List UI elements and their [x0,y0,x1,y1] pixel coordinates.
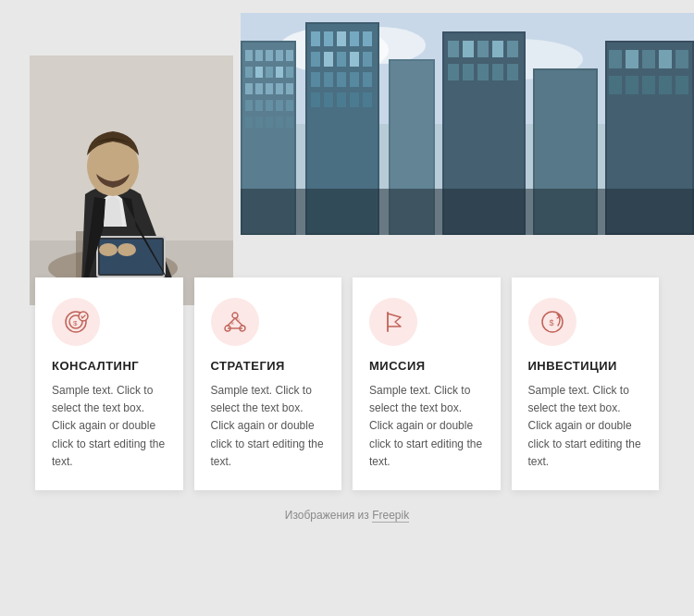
svg-rect-67 [448,64,459,80]
svg-rect-75 [659,50,672,68]
page-wrapper: $ КОНСАЛТИНГ Sample text. Click to selec… [0,0,694,616]
svg-rect-48 [363,72,372,87]
card-title-strategy: СТРАТЕГИЯ [211,359,326,373]
svg-rect-80 [659,76,672,94]
svg-rect-36 [337,31,346,46]
svg-rect-41 [337,52,346,67]
cards-section: $ КОНСАЛТИНГ Sample text. Click to selec… [0,277,694,490]
strategy-icon: × ○ [222,309,248,335]
svg-rect-27 [245,117,253,128]
top-section [0,0,694,287]
svg-rect-45 [324,72,333,87]
flag-icon [380,309,406,335]
svg-rect-23 [255,100,263,111]
svg-rect-20 [276,83,283,94]
card-icon-strategy: × ○ [211,298,259,346]
svg-rect-12 [245,67,253,78]
svg-rect-15 [276,67,283,78]
svg-point-92 [99,243,118,256]
svg-rect-16 [286,67,293,78]
svg-point-97 [79,312,88,321]
svg-rect-25 [276,100,283,111]
svg-rect-81 [675,76,688,94]
svg-rect-40 [324,52,333,67]
svg-rect-82 [241,189,694,235]
svg-rect-24 [266,100,273,111]
svg-rect-53 [363,92,372,107]
footer-credit-text: Изображения из [285,509,369,522]
card-title-mission: МИССИЯ [369,359,484,373]
svg-rect-35 [324,31,333,46]
card-text-strategy: Sample text. Click to select the text bo… [211,382,326,471]
card-icon-consulting: $ [52,298,100,346]
footer-credit: Изображения из Freepik [0,509,694,522]
svg-rect-79 [642,76,655,94]
svg-rect-46 [337,72,346,87]
svg-rect-37 [350,31,359,46]
card-title-investment: ИНВЕСТИЦИИ [528,359,643,373]
card-icon-mission [369,298,417,346]
svg-rect-76 [675,50,688,68]
card-icon-investment: $ [528,298,576,346]
svg-rect-72 [609,50,622,68]
svg-rect-14 [266,67,273,78]
svg-rect-26 [286,100,293,111]
svg-rect-11 [286,50,293,61]
svg-point-93 [118,243,136,256]
svg-rect-19 [266,83,273,94]
svg-rect-42 [350,52,359,67]
svg-rect-65 [492,41,503,57]
svg-rect-30 [276,117,283,128]
svg-rect-28 [255,117,263,128]
svg-rect-43 [363,52,372,67]
svg-rect-51 [337,92,346,107]
card-text-mission: Sample text. Click to select the text bo… [369,382,484,471]
svg-rect-17 [245,83,253,94]
svg-rect-77 [609,76,622,94]
svg-rect-68 [463,64,474,80]
svg-rect-71 [507,64,518,80]
card-title-consulting: КОНСАЛТИНГ [52,359,167,373]
svg-rect-73 [626,50,638,68]
card-investment[interactable]: $ ИНВЕСТИЦИИ Sample text. Click to selec… [512,277,660,490]
svg-rect-10 [276,50,283,61]
svg-rect-78 [626,76,638,94]
svg-rect-29 [266,117,273,128]
svg-rect-21 [286,83,293,94]
svg-rect-18 [255,83,263,94]
svg-rect-66 [507,41,518,57]
svg-rect-8 [255,50,263,61]
svg-rect-7 [245,50,253,61]
svg-rect-31 [286,117,293,128]
svg-rect-34 [311,31,320,46]
svg-rect-52 [350,92,359,107]
svg-rect-50 [324,92,333,107]
svg-rect-64 [477,41,489,57]
svg-rect-38 [363,31,372,46]
svg-text:×: × [230,320,234,326]
svg-rect-70 [492,64,503,80]
card-text-consulting: Sample text. Click to select the text bo… [52,382,167,471]
svg-rect-62 [448,41,459,57]
svg-rect-13 [255,67,263,78]
svg-rect-39 [311,52,320,67]
coin-icon: $ [63,309,89,335]
svg-rect-22 [245,100,253,111]
svg-rect-69 [477,64,489,80]
man-image [30,55,233,305]
svg-rect-63 [463,41,474,57]
svg-text:○: ○ [236,316,240,323]
svg-text:$: $ [549,318,553,327]
svg-rect-44 [311,72,320,87]
card-text-investment: Sample text. Click to select the text bo… [528,382,643,471]
investment-icon: $ [539,309,565,335]
footer-credit-link[interactable]: Freepik [372,509,409,523]
svg-rect-9 [266,50,273,61]
svg-rect-47 [350,72,359,87]
card-consulting[interactable]: $ КОНСАЛТИНГ Sample text. Click to selec… [35,277,183,490]
svg-rect-49 [311,92,320,107]
svg-text:$: $ [73,319,78,327]
city-image [241,13,694,235]
card-strategy[interactable]: × ○ СТРАТЕГИЯ Sample text. Click to sele… [194,277,342,490]
card-mission[interactable]: МИССИЯ Sample text. Click to select the … [353,277,501,490]
